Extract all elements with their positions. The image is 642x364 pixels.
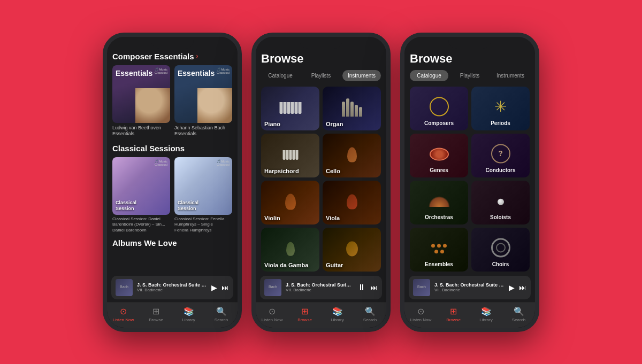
nav-listen-now-1[interactable]: ⊙ Listen Now — [107, 306, 140, 322]
cat-conductors[interactable]: ? Conductors — [471, 134, 530, 177]
organ-visual — [342, 98, 362, 117]
section-header-sessions: Classical Sessions — [112, 144, 232, 153]
nav-browse-3[interactable]: ⊞ Browse — [437, 306, 470, 322]
np-sub-3: VII. Badinerie — [434, 288, 505, 292]
listen-now-icon-2: ⊙ — [269, 306, 276, 316]
white-key — [291, 102, 294, 113]
np-pause-btn-2[interactable]: ⏸ — [357, 283, 366, 292]
session-artist-humphreys: Fenella Humphreys — [174, 228, 232, 233]
tab-playlists-3[interactable]: Playlists — [450, 70, 489, 81]
nav-search-3[interactable]: 🔍 Search — [502, 306, 535, 322]
guitar-label: Guitar — [326, 262, 343, 268]
session-subtitle-humphreys: Classical Session: Fenella Humphreys – S… — [174, 216, 232, 228]
piano-label: Piano — [264, 121, 280, 127]
cello-bg: Cello — [323, 134, 381, 177]
white-key — [298, 102, 301, 113]
tab-instruments-2[interactable]: Instruments — [342, 70, 381, 81]
section-header-albums: Albums We Love — [112, 238, 232, 247]
dot — [431, 244, 435, 247]
nav-library-1[interactable]: 📚 Library — [172, 306, 205, 322]
nav-listen-now-3[interactable]: ⊙ Listen Now — [404, 306, 437, 322]
session-text-humphreys: ClassicalSession — [178, 200, 229, 212]
nav-label-search-2: Search — [363, 317, 377, 322]
soloists-icon — [498, 198, 504, 205]
harp-bg: Harpsichord — [261, 134, 319, 177]
composers-circle-icon — [430, 97, 449, 116]
np-play-btn-1[interactable]: ▶ — [211, 283, 217, 292]
nav-listen-now-2[interactable]: ⊙ Listen Now — [256, 306, 288, 322]
white-key — [294, 102, 297, 113]
np-info-3: J. S. Bach: Orchestral Suite N... VII. B… — [434, 282, 505, 292]
library-icon-3: 📚 — [481, 306, 492, 316]
session-overlay-barenboim: ClassicalSession — [116, 200, 167, 212]
nav-browse-2[interactable]: ⊞ Browse — [288, 306, 321, 322]
np-thumb-2: Bach — [264, 279, 281, 296]
np-skip-btn-1[interactable]: ⏭ — [221, 283, 229, 292]
drum-icon — [430, 148, 449, 160]
phone-browse-catalogue: Browse Catalogue Playlists Instruments C… — [400, 33, 539, 332]
nav-library-3[interactable]: 📚 Library — [470, 306, 502, 322]
screen-browse-instruments: Browse Catalogue Playlists Instruments — [256, 37, 386, 328]
tab-instruments-3[interactable]: Instruments — [491, 70, 530, 81]
nav-label-listen-3: Listen Now — [410, 317, 432, 322]
instrument-violin[interactable]: Violin — [261, 181, 319, 224]
screen-browse-catalogue: Browse Catalogue Playlists Instruments C… — [404, 37, 535, 328]
cat-periods[interactable]: ✳ Periods — [471, 87, 530, 130]
question-icon: ? — [491, 144, 510, 163]
section-arrow-essentials[interactable]: › — [196, 52, 198, 60]
listen-now-icon-1: ⊙ — [120, 306, 127, 316]
pipe — [346, 98, 349, 117]
cat-ensembles[interactable]: Ensembles — [410, 228, 468, 272]
cat-choirs[interactable]: Choirs — [471, 228, 530, 272]
tab-catalogue-2[interactable]: Catalogue — [261, 70, 300, 81]
tab-playlists-2[interactable]: Playlists — [302, 70, 340, 81]
pipe-visual — [342, 98, 362, 117]
session-humphreys[interactable]: 🎵 MusicClassical ClassicalSession Classi… — [174, 157, 232, 233]
beethoven-album-card[interactable]: 🎵 MusicClassical Essentials Ludwig van B… — [112, 65, 170, 137]
nav-search-1[interactable]: 🔍 Search — [205, 306, 238, 322]
instrument-cello[interactable]: Cello — [323, 134, 381, 177]
tab-catalogue-3[interactable]: Catalogue — [410, 70, 448, 81]
section-title-albums: Albums We Love — [112, 238, 177, 247]
np-controls-1: ▶ ⏭ — [211, 283, 229, 292]
instrument-viol[interactable]: Viola da Gamba — [261, 228, 319, 272]
instrument-guitar[interactable]: Guitar — [323, 228, 381, 272]
now-playing-1[interactable]: Bach J. S. Bach: Orchestral Suite N... V… — [111, 276, 233, 299]
apple-music-badge-3: 🎵 MusicClassical — [155, 160, 167, 167]
np-title-1: J. S. Bach: Orchestral Suite N... — [137, 282, 207, 288]
now-playing-3[interactable]: Bach J. S. Bach: Orchestral Suite N... V… — [409, 276, 531, 299]
cat-orchestras[interactable]: Orchestras — [410, 181, 468, 224]
session-barenboim[interactable]: 🎵 MusicClassical ClassicalSession Classi… — [112, 157, 170, 233]
composers-name: Composers — [424, 120, 454, 126]
pipe — [355, 105, 358, 117]
instrument-organ[interactable]: Organ — [323, 87, 381, 130]
nav-library-2[interactable]: 📚 Library — [321, 306, 354, 322]
np-skip-btn-3[interactable]: ⏭ — [519, 283, 526, 292]
cello-visual — [347, 147, 357, 162]
now-playing-2[interactable]: Bach J. S. Bach: Orchestral Suite N... V… — [260, 276, 382, 299]
screen-listen-now: Composer Essentials › 🎵 MusicClassical E… — [107, 37, 238, 328]
spiral-icon — [491, 238, 510, 257]
cat-composers[interactable]: Composers — [410, 87, 468, 130]
viola-visual — [347, 194, 357, 209]
nav-browse-1[interactable]: ⊞ Browse — [140, 306, 172, 322]
content-browse-instruments: Browse Catalogue Playlists Instruments — [256, 37, 386, 273]
guitar-bg: Guitar — [323, 228, 381, 272]
np-controls-2: ⏸ ⏭ — [357, 283, 378, 292]
cat-genres[interactable]: Genres — [410, 134, 468, 177]
session-artist-barenboim: Daniel Barenboim — [112, 228, 170, 233]
beethoven-thumb: 🎵 MusicClassical Essentials — [112, 65, 170, 123]
dot — [434, 250, 438, 253]
instrument-viola[interactable]: Viola — [323, 181, 381, 224]
cello-label: Cello — [326, 168, 340, 174]
np-skip-btn-2[interactable]: ⏭ — [370, 283, 378, 292]
cat-soloists[interactable]: Soloists — [471, 181, 530, 224]
instrument-harpsichord[interactable]: Harpsichord — [261, 134, 319, 177]
np-sub-1: VII. Badinerie — [137, 288, 207, 292]
nav-search-2[interactable]: 🔍 Search — [354, 306, 386, 322]
apple-music-badge-4: 🎵 MusicClassical — [217, 160, 230, 167]
np-play-btn-3[interactable]: ▶ — [509, 283, 515, 292]
orchestras-icon — [429, 196, 450, 207]
bach-album-card[interactable]: 🎵 MusicClassical Essentials Johann Sebas… — [174, 65, 232, 137]
instrument-piano[interactable]: Piano — [261, 87, 319, 130]
